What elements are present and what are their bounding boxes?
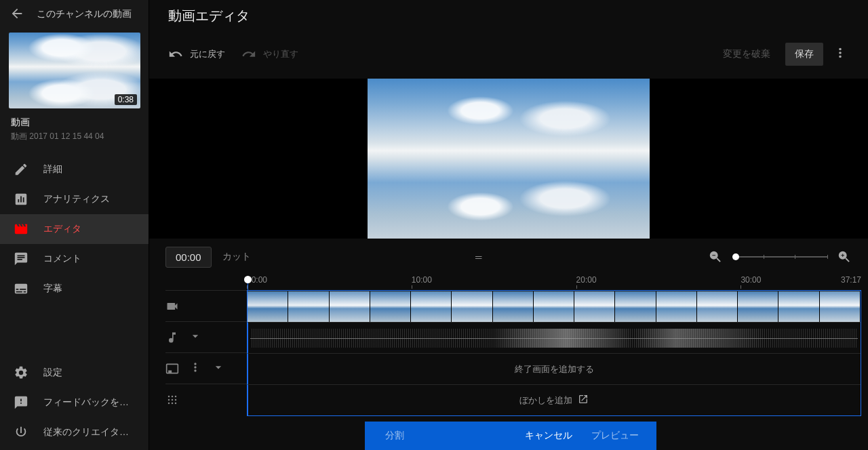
- redo-button: やり直す: [241, 47, 298, 62]
- timeline: 00:00 10:00 20:00 30:00 37:17 終了画面を追加する: [149, 270, 868, 416]
- undo-label: 元に戻す: [190, 48, 225, 60]
- video-frame: [656, 291, 697, 323]
- ruler-tick: 20:00: [576, 275, 597, 285]
- exit-icon: [14, 425, 28, 440]
- svg-point-3: [168, 398, 170, 401]
- svg-point-4: [172, 398, 174, 401]
- timeline-toolbar: 00:00 カット =: [149, 239, 868, 270]
- waveform: [250, 329, 858, 348]
- save-button[interactable]: 保存: [785, 43, 823, 66]
- video-frame: [778, 291, 819, 323]
- cancel-button[interactable]: キャンセル: [525, 430, 572, 442]
- split-button[interactable]: 分割: [385, 430, 404, 442]
- video-track-toggle[interactable]: [165, 290, 247, 321]
- kebab-icon[interactable]: [189, 361, 202, 376]
- channel-videos-label[interactable]: このチャンネルの動画: [37, 8, 132, 20]
- kebab-icon: [833, 45, 848, 60]
- svg-point-6: [168, 402, 170, 404]
- svg-point-7: [172, 402, 174, 404]
- video-frame: [493, 291, 534, 323]
- video-frame: [738, 291, 778, 323]
- sidebar-item-analytics[interactable]: アナリティクス: [0, 184, 149, 214]
- trim-action-bar: 分割 キャンセル プレビュー: [365, 422, 656, 450]
- add-blur-label[interactable]: ぼかしを追加: [519, 394, 589, 407]
- discard-button: 変更を破棄: [713, 43, 780, 66]
- endscreen-track-toggle[interactable]: [165, 352, 247, 384]
- video-track[interactable]: [248, 291, 861, 322]
- back-button[interactable]: [9, 6, 24, 23]
- svg-point-0: [168, 395, 170, 397]
- main: 動画エディタ 元に戻す やり直す 変更を破棄 保存 00:00: [149, 0, 868, 450]
- sidebar-item-label: アナリティクス: [43, 193, 110, 205]
- redo-icon: [241, 47, 256, 62]
- zoom-in-icon[interactable]: [837, 249, 852, 264]
- sidebar: このチャンネルの動画 0:38 動画 動画 2017 01 12 15 44 0…: [0, 0, 149, 450]
- gear-icon: [14, 365, 28, 380]
- add-endscreen-label[interactable]: 終了画面を追加する: [515, 363, 594, 375]
- ruler-end-time: 37:17: [841, 275, 861, 285]
- sidebar-item-editor[interactable]: エディタ: [0, 214, 149, 244]
- sidebar-item-label: 従来のクリエイター …: [43, 426, 135, 438]
- panel-drag-handle[interactable]: =: [153, 252, 806, 262]
- sidebar-item-label: エディタ: [43, 223, 81, 235]
- pencil-icon: [14, 162, 28, 177]
- sidebar-item-settings[interactable]: 設定: [0, 358, 149, 388]
- chevron-down-icon[interactable]: [212, 361, 225, 376]
- video-icon: [165, 300, 179, 313]
- zoom-slider[interactable]: [732, 256, 827, 258]
- preview-button[interactable]: プレビュー: [591, 430, 639, 442]
- video-frame: [534, 291, 574, 323]
- video-title: 動画: [11, 117, 138, 129]
- feedback-icon: [14, 395, 28, 410]
- video-frame: [248, 291, 288, 323]
- sidebar-item-subtitles[interactable]: 字幕: [0, 274, 149, 304]
- subtitles-icon: [14, 281, 28, 296]
- svg-point-5: [175, 398, 177, 401]
- video-preview[interactable]: [368, 79, 650, 239]
- more-options-button[interactable]: [829, 41, 852, 66]
- audio-track-toggle[interactable]: [165, 321, 247, 352]
- timeline-ruler[interactable]: 00:00 10:00 20:00 30:00 37:17: [247, 274, 861, 290]
- video-frame: [574, 291, 615, 323]
- redo-label: やり直す: [263, 48, 298, 60]
- trim-selection[interactable]: 終了画面を追加する ぼかしを追加: [247, 290, 861, 416]
- editor-icon: [14, 222, 28, 237]
- video-frame: [411, 291, 452, 323]
- svg-point-8: [175, 402, 177, 404]
- sidebar-item-label: コメント: [43, 253, 81, 265]
- sidebar-item-details[interactable]: 詳細: [0, 155, 149, 184]
- svg-point-2: [175, 395, 177, 397]
- undo-button[interactable]: 元に戻す: [168, 47, 225, 62]
- svg-point-1: [172, 395, 174, 397]
- endscreen-icon: [165, 362, 179, 375]
- video-frame: [288, 291, 329, 323]
- sidebar-footer: 設定 フィードバックを送信 従来のクリエイター …: [0, 358, 149, 450]
- undo-icon: [168, 47, 183, 62]
- sidebar-item-feedback[interactable]: フィードバックを送信: [0, 388, 149, 417]
- blur-icon: [165, 393, 179, 407]
- video-duration-badge: 0:38: [115, 94, 137, 105]
- blur-track[interactable]: ぼかしを追加: [248, 384, 861, 415]
- video-frame: [330, 291, 370, 323]
- video-frame: [820, 291, 861, 323]
- sidebar-item-comments[interactable]: コメント: [0, 244, 149, 274]
- zoom-slider-thumb[interactable]: [732, 253, 739, 260]
- sidebar-nav: 詳細 アナリティクス エディタ コメント 字幕: [0, 152, 149, 358]
- endscreen-track[interactable]: 終了画面を追加する: [248, 353, 861, 384]
- analytics-icon: [14, 192, 28, 207]
- toolbar: 元に戻す やり直す 変更を破棄 保存: [149, 32, 868, 79]
- sidebar-item-label: フィードバックを送信: [43, 396, 135, 409]
- audio-track[interactable]: [248, 322, 861, 353]
- sidebar-item-label: 字幕: [43, 283, 62, 295]
- music-icon: [165, 331, 179, 344]
- video-thumbnail[interactable]: 0:38: [0, 26, 149, 110]
- chevron-down-icon[interactable]: [189, 329, 202, 345]
- blur-track-toggle[interactable]: [165, 384, 247, 415]
- page-title: 動画エディタ: [149, 0, 868, 32]
- video-frame: [615, 291, 656, 323]
- ruler-tick: 10:00: [412, 275, 432, 285]
- sidebar-item-legacy-studio[interactable]: 従来のクリエイター …: [0, 417, 149, 447]
- video-frame: [697, 291, 738, 323]
- video-filename: 動画 2017 01 12 15 44 04: [11, 131, 138, 142]
- video-frame: [452, 291, 492, 323]
